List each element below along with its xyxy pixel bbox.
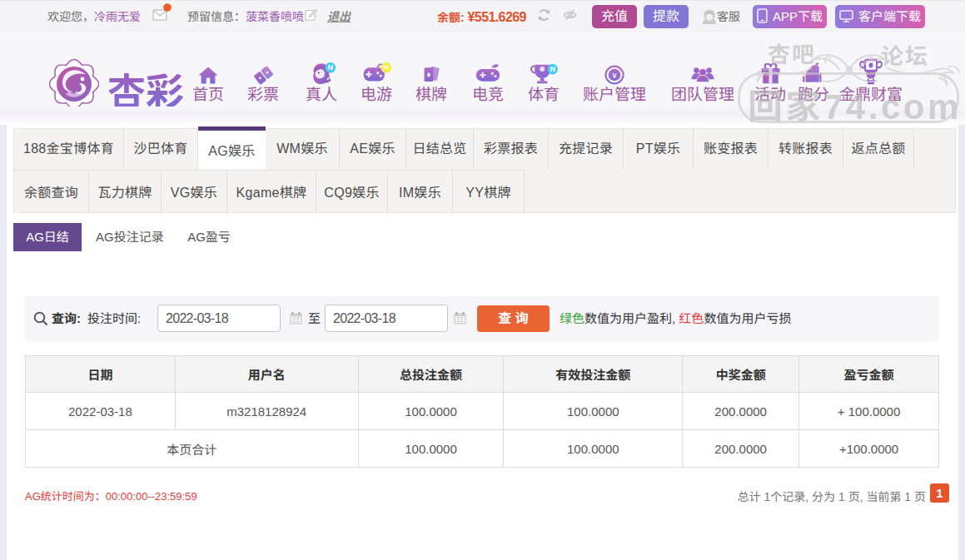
svg-text:N: N: [328, 63, 334, 72]
svg-text:N: N: [550, 65, 556, 73]
svg-text:¥: ¥: [612, 71, 617, 80]
svg-text:H: H: [383, 63, 389, 72]
